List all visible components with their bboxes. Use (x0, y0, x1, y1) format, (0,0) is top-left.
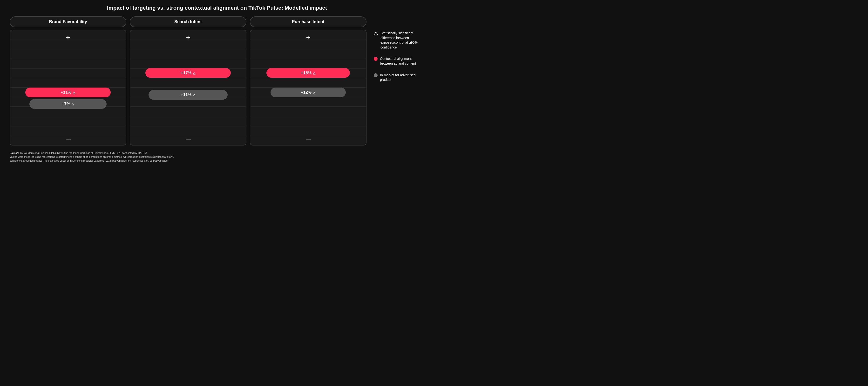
triangle-bf-pink: △ (73, 91, 75, 94)
legend-item-gray: In-market for advertised product (374, 73, 424, 82)
charts-section: Brand Favorability + — +11% △ (10, 17, 367, 146)
triangle-si-gray: △ (193, 93, 195, 96)
chart-box-brand-favorability: + — +11% △ +7% △ (10, 30, 126, 146)
panel-label-search-intent: Search Intent (130, 17, 246, 27)
grid-lines-si (130, 30, 246, 145)
triangle-pi-pink: △ (313, 71, 315, 75)
chart-box-purchase-intent: + — +15% △ +12% △ (250, 30, 367, 146)
minus-sign-pi: — (306, 136, 310, 142)
source-body: TikTok Marketing Science Global Revisiti… (10, 151, 174, 162)
triangle-si-pink: △ (193, 71, 195, 75)
triangle-pi-gray: △ (313, 91, 315, 94)
legend-text-triangle: Statistically significant difference bet… (380, 31, 424, 50)
panel-search-intent: Search Intent + — +17% △ (130, 17, 246, 146)
legend-item-pink: Contextual alignment between ad and cont… (374, 56, 424, 66)
bar-pi-pink-wrapper: +15% △ (256, 68, 360, 78)
bar-bf-gray: +7% △ (29, 99, 106, 109)
chart-box-search-intent: + — +17% △ +11% △ (130, 30, 246, 146)
bar-pi-gray-value: +12% (301, 90, 312, 95)
bar-bf-pink-value: +11% (61, 90, 72, 95)
plus-sign-si: + (186, 33, 190, 41)
panel-label-brand-favorability: Brand Favorability (10, 17, 126, 27)
legend-item-triangle: Statistically significant difference bet… (374, 31, 424, 50)
bar-bf-pink-wrapper: +11% △ (16, 88, 120, 97)
bar-si-gray: +11% △ (149, 90, 227, 100)
circle-gray-legend-icon (374, 73, 378, 77)
panel-brand-favorability: Brand Favorability + — +11% △ (10, 17, 126, 146)
plus-sign-bf: + (66, 33, 70, 41)
main-title: Impact of targeting vs. strong contextua… (107, 5, 327, 11)
bar-pi-gray: +12% △ (271, 88, 345, 97)
bar-si-pink-value: +17% (181, 70, 192, 75)
legend-text-pink: Contextual alignment between ad and cont… (380, 56, 424, 66)
bar-si-gray-wrapper: +11% △ (136, 90, 240, 100)
bar-bf-pink: +11% △ (25, 88, 111, 97)
bar-pi-gray-wrapper: +12% △ (256, 88, 360, 97)
triangle-bf-gray: △ (72, 102, 74, 106)
source-text: Source: TikTok Marketing Science Global … (10, 151, 424, 162)
bar-si-pink-wrapper: +17% △ (136, 68, 240, 78)
bar-si-pink: +17% △ (145, 68, 231, 78)
legend-text-gray: In-market for advertised product (380, 73, 424, 82)
bar-pi-pink-value: +15% (301, 70, 312, 75)
circle-pink-legend-icon (374, 57, 378, 61)
bar-pi-pink: +15% △ (267, 68, 350, 78)
panel-label-purchase-intent: Purchase Intent (250, 17, 367, 27)
bar-si-gray-value: +11% (181, 92, 192, 97)
triangle-legend-icon (374, 31, 378, 37)
svg-marker-0 (374, 32, 378, 35)
bar-bf-gray-value: +7% (62, 101, 70, 107)
source-label: Source: (10, 151, 19, 154)
minus-sign-bf: — (66, 136, 70, 142)
plus-sign-pi: + (306, 33, 310, 41)
panel-purchase-intent: Purchase Intent + — +15% △ (250, 17, 367, 146)
minus-sign-si: — (186, 136, 190, 142)
legend-section: Statistically significant difference bet… (374, 17, 424, 82)
bar-bf-gray-wrapper: +7% △ (16, 99, 120, 109)
